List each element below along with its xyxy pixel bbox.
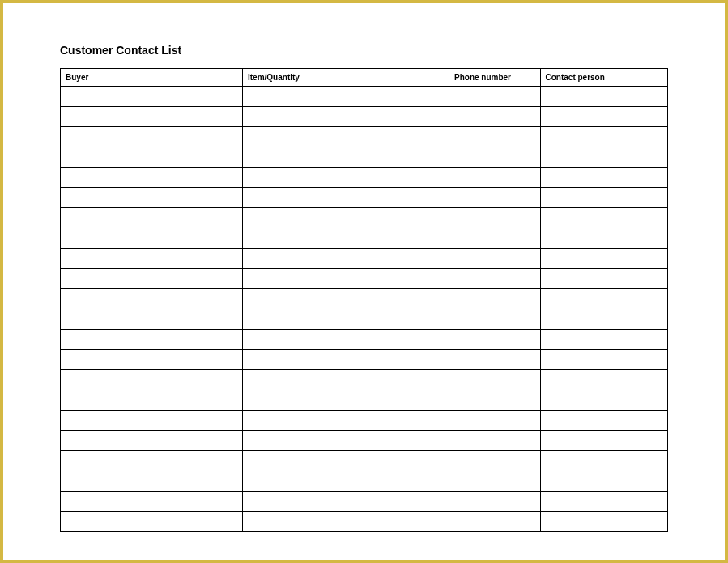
table-cell — [243, 451, 449, 471]
table-row — [61, 289, 668, 309]
table-cell — [243, 289, 449, 309]
table-cell — [61, 512, 243, 532]
table-cell — [243, 431, 449, 451]
table-row — [61, 411, 668, 431]
table-cell — [61, 228, 243, 249]
table-row — [61, 87, 668, 107]
table-row — [61, 249, 668, 269]
table-cell — [540, 431, 668, 451]
table-cell — [61, 330, 243, 350]
table-row — [61, 228, 668, 249]
table-cell — [449, 309, 541, 330]
table-cell — [540, 512, 668, 532]
table-cell — [243, 492, 449, 512]
table-row — [61, 431, 668, 451]
table-cell — [449, 228, 541, 249]
table-cell — [243, 390, 449, 411]
table-cell — [449, 127, 541, 147]
table-row — [61, 309, 668, 330]
table-cell — [61, 471, 243, 492]
table-row — [61, 127, 668, 147]
table-cell — [243, 471, 449, 492]
table-row — [61, 390, 668, 411]
table-cell — [449, 107, 541, 127]
table-row — [61, 370, 668, 390]
table-cell — [540, 208, 668, 228]
table-cell — [243, 147, 449, 168]
table-cell — [540, 188, 668, 208]
table-cell — [61, 492, 243, 512]
table-cell — [61, 451, 243, 471]
table-cell — [449, 188, 541, 208]
table-cell — [61, 87, 243, 107]
table-cell — [61, 390, 243, 411]
table-cell — [61, 188, 243, 208]
table-cell — [540, 289, 668, 309]
table-cell — [243, 127, 449, 147]
table-cell — [449, 330, 541, 350]
table-cell — [61, 168, 243, 188]
table-cell — [540, 127, 668, 147]
table-cell — [540, 269, 668, 289]
table-cell — [243, 228, 449, 249]
table-cell — [449, 411, 541, 431]
table-cell — [540, 471, 668, 492]
table-cell — [61, 431, 243, 451]
header-phone-number: Phone number — [449, 69, 541, 87]
table-cell — [540, 330, 668, 350]
table-row — [61, 147, 668, 168]
table-cell — [61, 370, 243, 390]
table-cell — [243, 269, 449, 289]
table-cell — [243, 168, 449, 188]
table-cell — [243, 309, 449, 330]
table-cell — [540, 492, 668, 512]
header-item-quantity: Item/Quantity — [243, 69, 449, 87]
table-cell — [243, 370, 449, 390]
table-cell — [540, 309, 668, 330]
table-cell — [61, 289, 243, 309]
table-cell — [540, 249, 668, 269]
table-cell — [449, 390, 541, 411]
table-row — [61, 168, 668, 188]
table-cell — [243, 87, 449, 107]
table-cell — [540, 370, 668, 390]
table-row — [61, 208, 668, 228]
table-cell — [61, 208, 243, 228]
table-cell — [449, 269, 541, 289]
table-cell — [243, 350, 449, 370]
table-cell — [61, 269, 243, 289]
table-cell — [449, 370, 541, 390]
contact-table: Buyer Item/Quantity Phone number Contact… — [60, 68, 668, 532]
table-cell — [449, 87, 541, 107]
table-row — [61, 451, 668, 471]
table-row — [61, 512, 668, 532]
table-row — [61, 188, 668, 208]
page-title: Customer Contact List — [60, 44, 668, 57]
table-cell — [61, 350, 243, 370]
table-cell — [61, 107, 243, 127]
table-cell — [449, 289, 541, 309]
table-cell — [449, 451, 541, 471]
table-cell — [540, 411, 668, 431]
table-cell — [61, 309, 243, 330]
table-cell — [449, 249, 541, 269]
table-row — [61, 269, 668, 289]
table-row — [61, 330, 668, 350]
table-row — [61, 471, 668, 492]
table-cell — [61, 411, 243, 431]
table-cell — [540, 350, 668, 370]
table-cell — [540, 87, 668, 107]
table-cell — [540, 168, 668, 188]
table-cell — [61, 127, 243, 147]
table-cell — [449, 168, 541, 188]
table-cell — [449, 147, 541, 168]
table-row — [61, 107, 668, 127]
table-cell — [243, 188, 449, 208]
table-cell — [243, 512, 449, 532]
table-cell — [61, 147, 243, 168]
table-cell — [449, 512, 541, 532]
table-cell — [449, 208, 541, 228]
table-cell — [449, 350, 541, 370]
table-cell — [243, 208, 449, 228]
table-cell — [243, 249, 449, 269]
